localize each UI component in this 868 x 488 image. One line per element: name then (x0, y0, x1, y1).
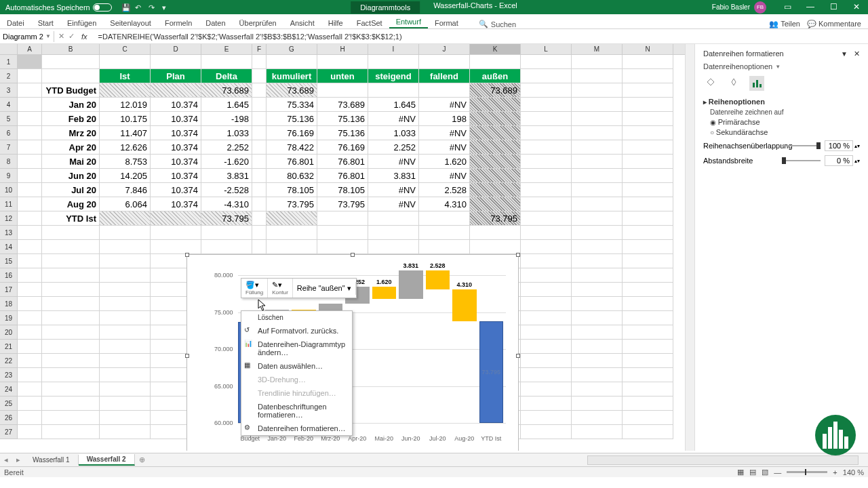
share-button[interactable]: 👥 Teilen (769, 20, 800, 28)
gap-slider[interactable]: Abstandsbreite 0 %▴▾ (703, 155, 860, 166)
cell[interactable] (267, 226, 317, 240)
cell[interactable]: Plan (151, 69, 201, 83)
fx-icon[interactable]: fx (81, 33, 87, 41)
cell[interactable]: außen (470, 69, 521, 83)
cell[interactable] (18, 69, 42, 83)
cell[interactable]: #NV (419, 126, 470, 140)
cell[interactable] (201, 55, 252, 69)
cell[interactable]: 75.334 (267, 98, 317, 112)
cell[interactable] (521, 254, 572, 268)
cell[interactable]: YTD Ist (42, 211, 100, 226)
cell[interactable] (42, 382, 100, 396)
cell[interactable] (18, 283, 42, 297)
cell[interactable] (623, 368, 673, 382)
cell[interactable] (419, 226, 470, 240)
tab-hilfe[interactable]: Hilfe (321, 18, 350, 28)
row-header[interactable]: 12 (0, 211, 18, 226)
cell[interactable] (18, 382, 42, 396)
cell[interactable] (18, 411, 42, 425)
col-header-I[interactable]: I (368, 44, 419, 54)
row-header[interactable]: 27 (0, 425, 18, 439)
cell[interactable]: 76.801 (317, 169, 368, 183)
cell[interactable] (252, 155, 267, 169)
cell[interactable] (419, 55, 470, 69)
cell[interactable]: 10.374 (151, 197, 201, 211)
cell[interactable] (317, 211, 368, 226)
cell[interactable] (623, 69, 673, 83)
row-header[interactable]: 21 (0, 340, 18, 354)
cell[interactable] (521, 55, 572, 69)
tab-formeln[interactable]: Formeln (158, 18, 199, 28)
cell[interactable]: Ist (100, 69, 151, 83)
cell[interactable] (100, 311, 151, 325)
cell[interactable] (100, 354, 151, 368)
col-header-G[interactable]: G (267, 44, 317, 54)
cell[interactable] (42, 396, 100, 411)
cell[interactable] (572, 311, 623, 325)
cell[interactable] (521, 197, 572, 211)
cell[interactable]: 73.689 (470, 83, 521, 98)
cell[interactable] (42, 325, 100, 340)
cell[interactable]: unten (317, 69, 368, 83)
cell[interactable] (623, 325, 673, 340)
ctx-format-series[interactable]: ⚙Datenreihen formatieren… (241, 422, 352, 435)
cell[interactable] (521, 98, 572, 112)
maximize-icon[interactable]: ☐ (822, 0, 845, 14)
bar-fallend[interactable] (452, 289, 477, 321)
tab-seitenlayout[interactable]: Seitenlayout (103, 18, 158, 28)
cell[interactable]: -2.528 (201, 183, 252, 197)
cell[interactable]: 12.626 (100, 140, 151, 155)
cell[interactable] (18, 425, 42, 439)
row-header[interactable]: 25 (0, 396, 18, 411)
cell[interactable] (419, 211, 470, 226)
name-box[interactable]: Diagramm 2▼ (0, 31, 54, 42)
formula-bar[interactable]: =DATENREIHE('Wasserfall 2'!$K$2;'Wasserf… (94, 31, 868, 42)
row-header[interactable]: 2 (0, 69, 18, 83)
cell[interactable] (42, 226, 100, 240)
zoom-in[interactable]: + (833, 468, 837, 476)
tab-datei[interactable]: Datei (0, 18, 31, 28)
cell[interactable]: Feb 20 (42, 112, 100, 126)
cell[interactable] (521, 112, 572, 126)
tab-start[interactable]: Start (31, 18, 60, 28)
cell[interactable] (572, 411, 623, 425)
new-sheet-button[interactable]: ⊕ (135, 455, 149, 464)
cell[interactable] (18, 226, 42, 240)
cell[interactable] (100, 254, 151, 268)
cell[interactable] (18, 140, 42, 155)
cell[interactable] (572, 325, 623, 340)
cell[interactable] (151, 83, 201, 98)
cell[interactable] (42, 55, 100, 69)
cell[interactable] (18, 169, 42, 183)
cell[interactable] (252, 226, 267, 240)
cell[interactable] (252, 240, 267, 254)
cell[interactable] (368, 226, 419, 240)
cell[interactable] (368, 211, 419, 226)
cell[interactable] (252, 169, 267, 183)
sheet-nav-prev[interactable]: ◂ (0, 455, 12, 464)
cell[interactable]: kumuliert (267, 69, 317, 83)
cell[interactable] (100, 340, 151, 354)
series-options-icon[interactable] (749, 76, 764, 91)
cell[interactable] (368, 240, 419, 254)
cell[interactable] (42, 311, 100, 325)
cell[interactable]: Mai 20 (42, 155, 100, 169)
cell[interactable] (252, 112, 267, 126)
cell[interactable] (18, 197, 42, 211)
cell[interactable] (572, 382, 623, 396)
cell[interactable]: YTD Budget (42, 83, 100, 98)
cell[interactable] (18, 126, 42, 140)
cell[interactable] (521, 240, 572, 254)
cell[interactable] (470, 197, 521, 211)
cell[interactable] (252, 98, 267, 112)
cell[interactable] (317, 55, 368, 69)
cell[interactable] (470, 226, 521, 240)
cell[interactable]: 76.169 (317, 140, 368, 155)
cell[interactable] (42, 411, 100, 425)
cell[interactable] (18, 183, 42, 197)
cell[interactable] (42, 283, 100, 297)
cell[interactable]: Aug 20 (42, 197, 100, 211)
cell[interactable] (572, 183, 623, 197)
cell[interactable]: 76.801 (317, 155, 368, 169)
cell[interactable]: 10.374 (151, 140, 201, 155)
